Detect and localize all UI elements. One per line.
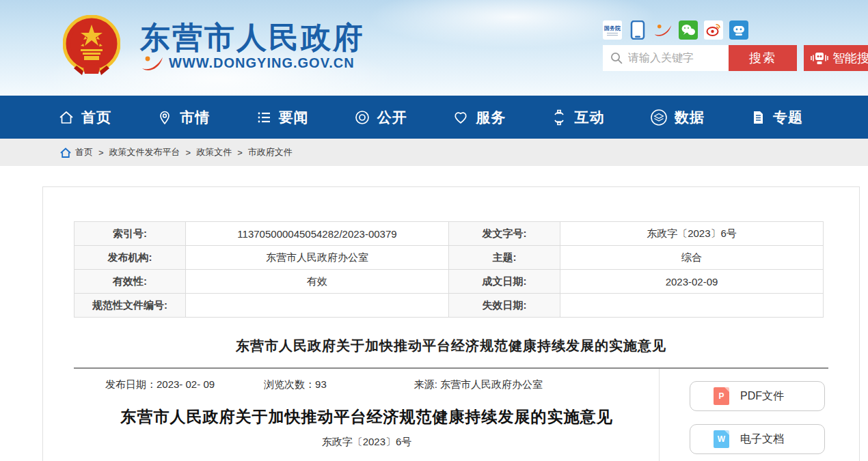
wechat-icon[interactable] bbox=[679, 20, 698, 40]
nav-label: 公开 bbox=[377, 108, 407, 127]
nav-item-services[interactable]: 服务 bbox=[452, 108, 506, 127]
cycle-arrows-icon bbox=[551, 109, 567, 126]
nav-item-topics[interactable]: 专题 bbox=[750, 108, 803, 127]
nav-label: 专题 bbox=[773, 108, 803, 127]
nav-label: 服务 bbox=[476, 108, 506, 127]
breadcrumb-separator: > bbox=[98, 148, 104, 158]
eye-icon bbox=[354, 109, 370, 126]
article-body: 发布日期：2023- 02- 09 浏览次数：93 来源: 东营市人民政府办公室… bbox=[44, 369, 859, 461]
mobile-client-icon[interactable] bbox=[628, 20, 647, 40]
document-icon bbox=[750, 109, 766, 126]
nav-item-news[interactable]: 要闻 bbox=[256, 108, 309, 127]
page-title: 东营市人民政府关于加快推动平台经济规范健康持续发展的实施意见 bbox=[43, 337, 859, 355]
nav-label: 首页 bbox=[81, 108, 111, 127]
info-label: 发布机构: bbox=[74, 246, 186, 270]
nav-label: 市情 bbox=[180, 108, 210, 127]
info-value: 东营市人民政府办公室 bbox=[186, 246, 449, 270]
search-icon bbox=[610, 52, 623, 64]
pdf-file-icon: P bbox=[714, 387, 729, 405]
table-row: 规范性文件编号: 失效日期: bbox=[74, 294, 824, 318]
info-label: 规范性文件编号: bbox=[74, 294, 186, 318]
source: 来源: 东营市人民政府办公室 bbox=[414, 378, 543, 391]
map-pin-icon bbox=[157, 109, 173, 126]
breadcrumb: 首页 > 政策文件发布平台 > 政策文件 > 市政府文件 bbox=[60, 146, 293, 158]
national-emblem-logo bbox=[63, 15, 120, 76]
table-row: 索引号: 113705000045054282/2023-00379 发文字号:… bbox=[74, 222, 824, 246]
state-council-app-icon[interactable]: 国务院 bbox=[603, 20, 622, 40]
breadcrumb-bar: 首页 > 政策文件发布平台 > 政策文件 > 市政府文件 bbox=[0, 139, 868, 166]
article-card: 索引号: 113705000045054282/2023-00379 发文字号:… bbox=[42, 186, 860, 461]
attachments-column: P PDF文件 W 电子文档 bbox=[659, 369, 859, 461]
nav-item-public[interactable]: 公开 bbox=[354, 108, 407, 127]
breadcrumb-link-policy-docs[interactable]: 政策文件 bbox=[196, 146, 232, 158]
layers-icon bbox=[650, 109, 668, 126]
info-value: 2023-02-09 bbox=[560, 270, 824, 294]
breadcrumb-separator: > bbox=[237, 148, 243, 158]
info-label: 有效性: bbox=[74, 270, 186, 294]
info-value bbox=[186, 294, 449, 318]
search-button[interactable]: 搜索 bbox=[729, 45, 797, 71]
doc-info-table: 索引号: 113705000045054282/2023-00379 发文字号:… bbox=[74, 221, 824, 318]
breadcrumb-link-home[interactable]: 首页 bbox=[75, 146, 93, 158]
nav-item-interaction[interactable]: 互动 bbox=[551, 108, 604, 127]
article-main-column: 发布日期：2023- 02- 09 浏览次数：93 来源: 东营市人民政府办公室… bbox=[44, 369, 659, 461]
info-value bbox=[560, 294, 824, 318]
info-label: 成文日期: bbox=[449, 270, 560, 294]
word-file-icon: W bbox=[714, 430, 729, 448]
breadcrumb-link-platform[interactable]: 政策文件发布平台 bbox=[109, 146, 180, 158]
view-count: 浏览次数：93 bbox=[264, 378, 327, 391]
nav-item-home[interactable]: 首页 bbox=[58, 108, 111, 127]
swoosh-mark-icon[interactable] bbox=[653, 20, 673, 40]
info-value: 113705000045054282/2023-00379 bbox=[186, 222, 449, 246]
pdf-file-label: PDF文件 bbox=[740, 389, 784, 404]
view-count-value: 93 bbox=[315, 378, 327, 390]
home-icon bbox=[60, 148, 71, 158]
view-count-label: 浏览次数： bbox=[264, 378, 315, 390]
info-label: 发文字号: bbox=[449, 222, 560, 246]
source-value: 东营市人民政府办公室 bbox=[440, 378, 543, 390]
article-meta: 发布日期：2023- 02- 09 浏览次数：93 来源: 东营市人民政府办公室 bbox=[74, 378, 659, 391]
info-value: 综合 bbox=[560, 246, 824, 270]
source-label: 来源: bbox=[414, 378, 437, 390]
heart-icon bbox=[452, 109, 469, 126]
weibo-icon[interactable] bbox=[704, 20, 723, 40]
table-row: 有效性: 有效 成文日期: 2023-02-09 bbox=[74, 270, 824, 294]
table-row: 发布机构: 东营市人民政府办公室 主题: 综合 bbox=[74, 246, 824, 270]
electronic-doc-label: 电子文档 bbox=[740, 432, 784, 447]
nav-item-data[interactable]: 数据 bbox=[650, 108, 705, 127]
pdf-file-button[interactable]: P PDF文件 bbox=[690, 381, 825, 411]
nav-item-city[interactable]: 市情 bbox=[157, 108, 210, 127]
publish-date-value: 2023- 02- 09 bbox=[157, 378, 215, 390]
robot-icon bbox=[811, 51, 828, 66]
publish-date-label: 发布日期： bbox=[105, 378, 157, 390]
main-nav: 首页 市情 要闻 公开 bbox=[0, 96, 868, 139]
info-value: 有效 bbox=[186, 270, 449, 294]
electronic-doc-button[interactable]: W 电子文档 bbox=[690, 424, 825, 454]
page: 东营市人民政府 WWW.DONGYING.GOV.CN 国务院 bbox=[0, 0, 868, 461]
quick-links: 国务院 bbox=[603, 20, 748, 40]
list-icon bbox=[256, 109, 272, 126]
info-label: 主题: bbox=[449, 246, 560, 270]
search-input[interactable] bbox=[628, 52, 724, 64]
state-council-label: 国务院 bbox=[604, 25, 621, 31]
site-url: WWW.DONGYING.GOV.CN bbox=[169, 55, 355, 71]
document-title: 东营市人民政府关于加快推动平台经济规范健康持续发展的实施意见 bbox=[74, 406, 659, 428]
swoosh-logo-icon bbox=[141, 55, 163, 71]
breadcrumb-link-city-gov-docs[interactable]: 市政府文件 bbox=[248, 146, 293, 158]
breadcrumb-separator: > bbox=[186, 148, 191, 158]
info-label: 索引号: bbox=[74, 222, 186, 246]
home-icon bbox=[58, 109, 74, 126]
publish-date: 发布日期：2023- 02- 09 bbox=[105, 378, 215, 391]
search-box bbox=[603, 45, 729, 71]
nav-label: 互动 bbox=[574, 108, 604, 127]
nav-label: 要闻 bbox=[279, 108, 309, 127]
site-url-row: WWW.DONGYING.GOV.CN bbox=[141, 55, 355, 71]
info-value: 东政字〔2023〕6号 bbox=[560, 222, 824, 246]
app-client-icon[interactable] bbox=[729, 20, 748, 40]
search-bar: 搜索 bbox=[603, 45, 797, 71]
smart-search-button[interactable]: 智能搜索 bbox=[804, 45, 868, 71]
info-label: 失效日期: bbox=[449, 294, 560, 318]
site-title: 东营市人民政府 bbox=[140, 18, 365, 58]
document-number: 东政字〔2023〕6号 bbox=[74, 436, 659, 449]
nav-label: 数据 bbox=[675, 108, 705, 127]
